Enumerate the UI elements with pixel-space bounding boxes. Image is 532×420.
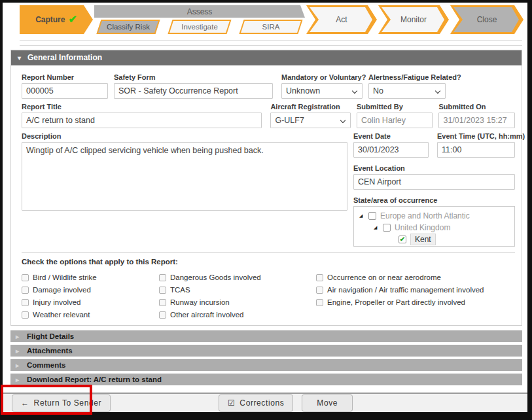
workflow-step-monitor[interactable]: Monitor (378, 5, 449, 34)
workflow-step-assess[interactable]: Assess (94, 5, 305, 18)
aircraft-registration-label: Aircraft Registration (270, 103, 350, 111)
checkbox[interactable] (316, 274, 323, 281)
checkbox[interactable] (316, 299, 323, 306)
checkbox[interactable] (22, 287, 29, 294)
checkbox[interactable] (159, 274, 166, 281)
section-attachments[interactable]: ▸ Attachments (10, 345, 522, 357)
section-comments[interactable]: ▸ Comments (10, 359, 522, 371)
chevron-down-icon (340, 118, 346, 123)
option-damage-involved[interactable]: Damage involved (22, 286, 159, 294)
checkbox[interactable] (22, 311, 29, 319)
safety-form-label: Safety Form (114, 73, 273, 81)
tree-node-uk-label: United Kingdom (395, 223, 450, 232)
mandatory-voluntary-value: Unknown (286, 86, 320, 96)
mandatory-voluntary-select[interactable]: Unknown (281, 83, 363, 99)
description-label: Description (22, 132, 347, 140)
tree-node-europe[interactable]: ◢ Europe and North Atlantic (358, 210, 510, 222)
corrections-checkbox-icon: ☑ (228, 398, 235, 408)
move-button[interactable]: Move (302, 394, 353, 411)
checkbox[interactable] (22, 274, 29, 281)
chevron-down-icon: ▾ (18, 54, 21, 61)
checkbox[interactable] (159, 311, 166, 319)
tree-expander-icon[interactable]: ◢ (359, 213, 364, 219)
option-air-navigation[interactable]: Air navigation / Air traffic management … (316, 286, 515, 294)
europe-checkbox[interactable] (368, 212, 376, 220)
general-information-title: General Information (27, 53, 102, 62)
option-dangerous-goods[interactable]: Dangerous Goods involved (159, 273, 316, 281)
tree-expander-icon[interactable]: ◢ (374, 225, 379, 230)
section-download-report[interactable]: ▸ Download Report: A/C return to stand (10, 374, 522, 385)
workflow-substep-sira[interactable]: SIRA (237, 20, 305, 34)
section-attachments-label: Attachments (27, 347, 73, 355)
option-label: Engine, Propeller or Part directly invol… (327, 298, 465, 306)
tree-node-kent[interactable]: ✔ Kent (358, 234, 510, 245)
alertness-fatigue-label: Alertness/Fatigue Related? (368, 73, 446, 81)
event-time-label: Event Time (UTC, hh:mm) (437, 132, 515, 140)
action-bar: ← Return To Sender ☑ Corrections Move (3, 393, 527, 412)
workflow-step-capture[interactable]: Capture ✔ (20, 5, 93, 34)
option-label: Occurrence on or near aerodrome (327, 273, 441, 281)
safety-form-field[interactable] (114, 83, 273, 99)
uk-checkbox[interactable] (383, 224, 391, 232)
report-title-label: Report Title (22, 103, 262, 111)
option-weather-relevant[interactable]: Weather relevant (22, 311, 159, 319)
event-location-label: Event Location (353, 164, 515, 172)
capture-complete-check-icon: ✔ (68, 14, 77, 25)
expand-icon: ▸ (16, 362, 19, 369)
investigate-label: Investigate (166, 20, 234, 34)
option-tcas[interactable]: TCAS (159, 286, 316, 294)
checkbox[interactable] (159, 299, 166, 306)
event-date-field[interactable] (353, 142, 429, 158)
alertness-fatigue-value: No (373, 86, 383, 96)
workflow-step-act[interactable]: Act (306, 5, 377, 34)
description-field[interactable]: Wingtip of A/C clipped servicing vehicle… (22, 142, 347, 211)
close-label: Close (450, 5, 523, 34)
section-flight-details[interactable]: ▸ Flight Details (10, 330, 522, 342)
submitted-on-label: Submitted On (438, 103, 515, 111)
move-label: Move (317, 398, 338, 408)
event-time-field[interactable] (437, 142, 515, 158)
aircraft-registration-select[interactable]: G-ULF7 (270, 113, 350, 128)
tree-node-europe-label: Europe and North Atlantic (380, 211, 470, 220)
option-label: Bird / Wildlife strike (33, 273, 97, 281)
kent-checkbox[interactable]: ✔ (399, 236, 406, 243)
return-to-sender-button[interactable]: ← Return To Sender (12, 394, 111, 411)
app-window: Capture ✔ Assess Classify Risk Investiga… (3, 3, 527, 412)
general-information-header[interactable]: ▾ General Information (11, 50, 522, 65)
option-other-aircraft[interactable]: Other aircraft involved (159, 311, 316, 319)
corrections-button[interactable]: ☑ Corrections (219, 394, 293, 411)
sira-label: SIRA (237, 20, 305, 34)
divider (22, 252, 515, 253)
corrections-label: Corrections (239, 398, 284, 408)
check-icon: ✔ (400, 236, 405, 243)
option-injury-involved[interactable]: Injury involved (22, 298, 159, 306)
option-label: TCAS (170, 286, 190, 294)
option-label: Air navigation / Air traffic management … (327, 286, 484, 294)
event-date-label: Event Date (353, 132, 429, 140)
workflow-step-close[interactable]: Close (450, 5, 523, 34)
checkbox[interactable] (316, 287, 323, 294)
divider (20, 45, 522, 46)
checkbox[interactable] (159, 287, 166, 294)
act-label: Act (306, 5, 377, 34)
report-title-field[interactable] (22, 113, 262, 128)
tree-node-uk[interactable]: ◢ United Kingdom (358, 222, 510, 234)
report-number-field[interactable] (22, 83, 108, 99)
option-runway-incursion[interactable]: Runway incursion (159, 298, 316, 306)
option-near-aerodrome[interactable]: Occurrence on or near aerodrome (316, 273, 515, 281)
submitted-by-label: Submitted By (357, 103, 433, 111)
event-location-field[interactable] (353, 174, 515, 190)
checkbox[interactable] (22, 299, 29, 306)
general-information-form: Report Number Safety Form Mandatory or V… (11, 65, 522, 325)
workflow-group-assess: Assess Classify Risk Investigate SIRA (94, 5, 305, 34)
workflow-substep-classify-risk[interactable]: Classify Risk (94, 20, 162, 34)
workflow-substep-investigate[interactable]: Investigate (166, 20, 234, 34)
alertness-fatigue-select[interactable]: No (368, 83, 446, 99)
monitor-label: Monitor (378, 5, 449, 34)
expand-icon: ▸ (16, 347, 19, 355)
option-engine-propeller[interactable]: Engine, Propeller or Part directly invol… (316, 298, 515, 306)
section-download-report-label: Download Report: A/C return to stand (27, 376, 162, 383)
option-label: Damage involved (33, 286, 91, 294)
return-to-sender-label: Return To Sender (34, 398, 101, 408)
option-bird-wildlife-strike[interactable]: Bird / Wildlife strike (22, 273, 159, 281)
